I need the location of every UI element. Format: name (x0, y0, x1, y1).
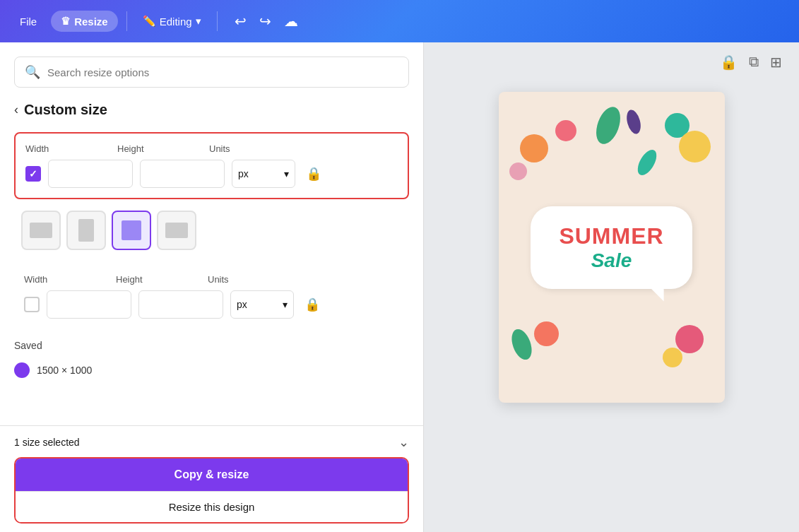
left-panel: 🔍 ‹ Custom size Width Height Units 1500 … (0, 42, 424, 532)
orientation-extra-btn[interactable] (157, 211, 196, 250)
flower-9 (675, 325, 704, 353)
copy-resize-button[interactable]: Copy & resize (16, 459, 408, 491)
right-top-icons: 🔒 ⧉ ⊞ (720, 54, 782, 71)
right-panel: 🔒 ⧉ ⊞ SUMMER Sale (424, 42, 799, 532)
square-icon (122, 220, 141, 240)
topbar-divider (126, 11, 127, 31)
saved-item-text: 1500 × 1000 (37, 365, 92, 376)
flower-11 (509, 162, 527, 180)
leaf-1 (591, 104, 625, 148)
resize-crown-icon: ♛ (61, 15, 70, 28)
units-label-2: Units (208, 274, 271, 285)
speech-bubble: SUMMER Sale (531, 206, 692, 289)
size-inputs-1: 1500 1000 px ▾ 🔒 (25, 160, 398, 188)
redo-button[interactable]: ↪ (256, 10, 274, 32)
lock-icon-2[interactable]: 🔒 (301, 293, 324, 316)
topbar-divider2 (217, 11, 218, 31)
extra-orient-icon (165, 223, 188, 238)
checkbox-2[interactable] (24, 297, 40, 312)
size-row-2: Width Height Units 1000 1500 px ▾ 🔒 (14, 264, 409, 329)
chevron-down-icon: ▾ (196, 15, 201, 28)
size-selected-row: 1 size selected ⌄ (14, 435, 409, 450)
height-label: Height (117, 143, 202, 154)
topbar-actions: ↩ ↪ ☁ (232, 10, 301, 32)
panel-scroll-area: 🔍 ‹ Custom size Width Height Units 1500 … (0, 42, 423, 425)
summer-text: SUMMER (559, 223, 663, 249)
leaf-2 (508, 326, 535, 362)
panel-section-title: Custom size (24, 102, 107, 118)
landscape-icon (30, 223, 52, 238)
main-area: 🔍 ‹ Custom size Width Height Units 1500 … (0, 42, 799, 532)
size-inputs-2: 1000 1500 px ▾ 🔒 (24, 290, 399, 319)
height-input-2[interactable]: 1500 (138, 290, 223, 319)
checkbox-1[interactable] (25, 166, 41, 182)
width-label: Width (25, 143, 110, 154)
size-labels-2: Width Height Units (24, 274, 399, 285)
search-box: 🔍 (14, 57, 409, 88)
units-select-1[interactable]: px ▾ (232, 160, 295, 188)
saved-label: Saved (14, 340, 409, 351)
size-selected-text: 1 size selected (14, 437, 80, 448)
flower-8 (663, 348, 682, 367)
resize-button[interactable]: ♛ Resize (51, 11, 118, 32)
size-row-1-highlighted: Width Height Units 1500 1000 px ▾ 🔒 (14, 132, 409, 199)
leaf-4 (624, 108, 642, 135)
height-input-1[interactable]: 1000 (140, 160, 225, 188)
size-labels-1: Width Height Units (25, 143, 398, 154)
orientation-square-btn[interactable] (112, 211, 151, 250)
back-arrow-icon[interactable]: ‹ (14, 102, 18, 117)
search-icon: 🔍 (25, 64, 40, 80)
saved-section: Saved 1500 × 1000 (14, 340, 409, 391)
saved-color-dot (14, 362, 30, 378)
design-canvas: SUMMER Sale (499, 92, 725, 403)
resize-design-button[interactable]: Resize this design (16, 491, 408, 522)
units-chevron-icon: ▾ (284, 168, 289, 179)
back-nav: ‹ Custom size (14, 102, 409, 118)
editing-mode-button[interactable]: ✏️ Editing ▾ (136, 11, 208, 32)
lock-aspect-icon[interactable]: 🔒 (720, 54, 738, 71)
portrait-icon (78, 219, 94, 242)
cloud-save-button[interactable]: ☁ (281, 10, 301, 32)
flower-1 (520, 134, 548, 162)
width-input-2[interactable]: 1000 (47, 290, 131, 319)
width-label-2: Width (24, 274, 109, 285)
saved-item[interactable]: 1500 × 1000 (14, 357, 409, 384)
units-select-2[interactable]: px ▾ (230, 290, 294, 319)
topbar: File ♛ Resize ✏️ Editing ▾ ↩ ↪ ☁ (0, 0, 799, 42)
flower-2 (555, 120, 576, 141)
pencil-icon: ✏️ (143, 15, 156, 28)
add-design-icon[interactable]: ⊞ (770, 54, 782, 71)
orientation-landscape-btn[interactable] (21, 211, 61, 250)
orientation-row (14, 211, 409, 250)
sale-text: Sale (559, 249, 663, 272)
width-input-1[interactable]: 1500 (48, 160, 133, 188)
copy-design-icon[interactable]: ⧉ (749, 54, 759, 71)
size-selected-chevron-icon[interactable]: ⌄ (398, 435, 409, 450)
flower-3 (665, 113, 689, 138)
flower-4 (679, 131, 711, 162)
file-menu[interactable]: File (11, 11, 45, 32)
flower-7 (534, 321, 559, 346)
search-input[interactable] (47, 66, 398, 78)
units-label: Units (209, 143, 273, 154)
bottom-bar: 1 size selected ⌄ Copy & resize Resize t… (0, 425, 423, 532)
bottom-actions-wrapper: Copy & resize Resize this design (14, 457, 409, 524)
units-chevron-icon-2: ▾ (283, 299, 288, 310)
undo-button[interactable]: ↩ (232, 10, 249, 32)
height-label-2: Height (116, 274, 201, 285)
leaf-3 (634, 147, 660, 179)
orientation-portrait-btn[interactable] (66, 211, 106, 250)
lock-icon-1[interactable]: 🔒 (302, 162, 325, 185)
